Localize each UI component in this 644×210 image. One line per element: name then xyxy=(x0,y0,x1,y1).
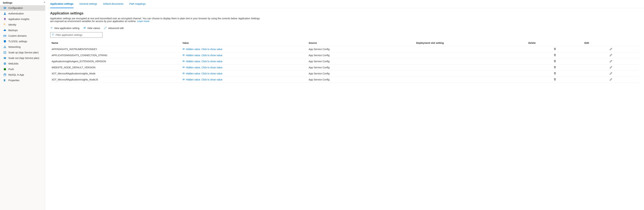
show-value-link[interactable]: Hidden value. Click to show value xyxy=(182,48,222,51)
header-edit: Edit xyxy=(583,40,639,46)
sidebar-item-tls-ssl-settings[interactable]: TLS/SSL settings xyxy=(0,39,45,44)
collapse-sidebar-icon[interactable]: ▲ xyxy=(44,1,45,3)
sidebar-item-label: Configuration xyxy=(8,6,23,9)
sidebar-item-configuration[interactable]: Configuration xyxy=(0,5,45,11)
trash-icon xyxy=(554,54,556,57)
delete-button[interactable] xyxy=(554,66,556,69)
header-source[interactable]: Source xyxy=(307,40,415,46)
svg-rect-7 xyxy=(4,20,5,20)
header-value[interactable]: Value xyxy=(181,40,307,46)
delete-button[interactable] xyxy=(554,54,556,57)
svg-point-37 xyxy=(184,67,184,67)
header-slot[interactable]: Deployment slot setting xyxy=(415,40,527,46)
pencil-icon xyxy=(104,26,107,30)
setting-slot xyxy=(415,52,527,58)
setting-name[interactable]: XDT_MicrosoftApplicationInsights_Mode xyxy=(50,71,181,77)
sidebar-item-push[interactable]: Push xyxy=(0,66,45,72)
svg-rect-2 xyxy=(6,7,6,9)
sidebar-item-identity[interactable]: Identity xyxy=(0,22,45,27)
delete-button[interactable] xyxy=(554,72,556,75)
eye-icon xyxy=(182,66,185,69)
svg-rect-0 xyxy=(4,7,4,9)
shield-icon xyxy=(4,40,6,43)
new-application-setting-label: New application setting xyxy=(54,27,80,29)
sidebar-item-custom-domains[interactable]: Custom domains xyxy=(0,33,45,39)
svg-point-41 xyxy=(184,79,184,80)
sidebar-item-label: Scale up (App Service plan) xyxy=(8,51,39,54)
svg-point-8 xyxy=(4,24,5,25)
trash-icon xyxy=(554,72,556,75)
svg-point-21 xyxy=(4,74,6,75)
setting-name[interactable]: APPLICATIONINSIGHTS_CONNECTION_STRING xyxy=(50,52,181,58)
setting-name[interactable]: XDT_MicrosoftApplicationInsights_NodeJS xyxy=(50,77,181,83)
setting-name[interactable]: APPINSIGHTS_INSTRUMENTATIONKEY xyxy=(50,46,181,52)
pencil-icon xyxy=(610,60,612,63)
edit-button[interactable] xyxy=(610,54,612,57)
tab-application-settings[interactable]: Application settings xyxy=(50,2,74,8)
tabs: Application settingsGeneral settingsDefa… xyxy=(45,0,644,8)
sidebar-item-label: Backups xyxy=(8,29,18,32)
tab-general-settings[interactable]: General settings xyxy=(80,2,97,8)
sidebar-items: ConfigurationAuthenticationApplication I… xyxy=(0,5,45,210)
tab-default-documents[interactable]: Default documents xyxy=(103,2,124,8)
edit-button[interactable] xyxy=(610,72,612,75)
table-row: APPLICATIONINSIGHTS_CONNECTION_STRINGHid… xyxy=(50,52,639,58)
sidebar-item-mysql-in-app[interactable]: MySQL In App xyxy=(0,72,45,78)
setting-name[interactable]: ApplicationInsightsAgent_EXTENSION_VERSI… xyxy=(50,58,181,65)
show-value-link[interactable]: Hidden value. Click to show value xyxy=(182,60,222,63)
sidebar-item-networking[interactable]: Networking xyxy=(0,44,45,50)
table-header-row: Name Value Source Deployment slot settin… xyxy=(50,40,639,46)
filter-box[interactable] xyxy=(50,32,102,38)
eye-icon xyxy=(182,60,185,63)
section-description: Application settings are encrypted at re… xyxy=(45,17,265,23)
show-value-link[interactable]: Hidden value. Click to show value xyxy=(182,66,222,69)
svg-point-11 xyxy=(4,46,5,47)
hide-values-button[interactable]: Hide values xyxy=(83,26,100,30)
funnel-icon xyxy=(52,34,54,36)
sidebar-item-properties[interactable]: Properties xyxy=(0,78,45,83)
sidebar-item-scale-out-app-service-plan-[interactable]: Scale out (App Service plan) xyxy=(0,55,45,61)
show-value-link[interactable]: Hidden value. Click to show value xyxy=(182,72,222,75)
tab-path-mappings[interactable]: Path mappings xyxy=(129,2,146,8)
sidebar-item-application-insights[interactable]: Application Insights xyxy=(0,16,45,22)
sidebar-item-scale-up-app-service-plan-[interactable]: Scale up (App Service plan) xyxy=(0,50,45,55)
eye-icon xyxy=(182,78,185,81)
table-row: XDT_MicrosoftApplicationInsights_NodeJSH… xyxy=(50,77,639,83)
edit-button[interactable] xyxy=(610,48,612,51)
new-application-setting-button[interactable]: New application setting xyxy=(50,26,80,30)
sidebar-item-label: Custom domains xyxy=(8,34,27,37)
setting-slot xyxy=(415,46,527,52)
filter-input[interactable] xyxy=(56,34,101,36)
toolbar: New application setting Hide values Adva… xyxy=(45,23,644,31)
scaleout-icon xyxy=(4,57,6,59)
edit-button[interactable] xyxy=(610,66,612,69)
edit-button[interactable] xyxy=(610,60,612,63)
sidebar-item-backups[interactable]: Backups xyxy=(0,27,45,33)
svg-point-40 xyxy=(183,79,185,80)
svg-rect-4 xyxy=(4,8,5,8)
cloud-icon xyxy=(4,29,6,32)
eye-icon xyxy=(182,48,185,51)
table-row: WEBSITE_NODE_DEFAULT_VERSIONHidden value… xyxy=(50,65,639,71)
trash-icon xyxy=(554,48,556,51)
delete-button[interactable] xyxy=(554,60,556,63)
svg-point-31 xyxy=(184,49,184,49)
show-value-link[interactable]: Hidden value. Click to show value xyxy=(182,54,222,57)
learn-more-link[interactable]: Learn more xyxy=(137,20,150,23)
table-row: XDT_MicrosoftApplicationInsights_ModeHid… xyxy=(50,71,639,77)
svg-rect-23 xyxy=(4,79,5,81)
sidebar-item-webjobs[interactable]: WebJobs xyxy=(0,61,45,66)
edit-button[interactable] xyxy=(610,78,612,81)
svg-point-6 xyxy=(4,12,6,13)
sidebar-item-authentication[interactable]: Authentication xyxy=(0,11,45,16)
setting-name[interactable]: WEBSITE_NODE_DEFAULT_VERSION xyxy=(50,65,181,71)
sidebar-title: Settings xyxy=(0,0,45,5)
header-name[interactable]: Name xyxy=(50,40,181,46)
header-delete: Delete xyxy=(527,40,583,46)
delete-button[interactable] xyxy=(554,78,556,81)
sidebar-item-label: TLS/SSL settings xyxy=(8,40,27,43)
delete-button[interactable] xyxy=(554,48,556,51)
show-value-link[interactable]: Hidden value. Click to show value xyxy=(182,78,222,81)
hidden-value-text: Hidden value. Click to show value xyxy=(186,66,222,69)
advanced-edit-button[interactable]: Advanced edit xyxy=(104,26,124,30)
